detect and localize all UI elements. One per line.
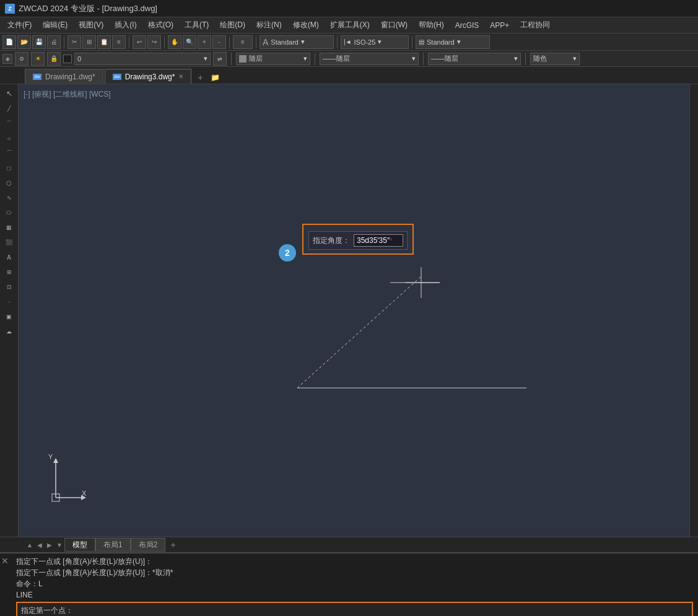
zoom-out-button[interactable]: - [212, 35, 226, 49]
tab-drawing1[interactable]: dw Drawing1.dwg* [25, 69, 103, 84]
command-close[interactable]: ✕ [1, 556, 9, 566]
menu-file[interactable]: 文件(F) [2, 19, 37, 32]
layer-tools-btn[interactable]: ⇄ [213, 52, 227, 66]
color-dropdown[interactable]: 随层 ▾ [236, 53, 310, 65]
undo-button[interactable]: ↩ [133, 35, 146, 49]
open-button[interactable]: 📂 [17, 35, 31, 49]
pan-button[interactable]: ✋ [168, 35, 181, 49]
lineweight-dropdown[interactable]: ——随层 ▾ [428, 53, 521, 65]
status-nav-left[interactable]: ▲ [25, 540, 35, 550]
layer-icon[interactable]: ◈ [2, 54, 12, 64]
zoom-in-button[interactable]: + [198, 35, 211, 49]
angle-input-value[interactable]: 35d35′35″° [354, 234, 403, 247]
angle-input-label: 指定角度： [313, 235, 350, 246]
menu-arcgis[interactable]: ArcGIS [450, 20, 484, 31]
print-button[interactable]: 🖨 [47, 35, 61, 49]
insert-block[interactable]: ⊡ [2, 280, 16, 294]
save-button[interactable]: 💾 [32, 35, 46, 49]
menu-app-plus[interactable]: APP+ [485, 20, 514, 31]
sep3 [164, 36, 165, 48]
tab-drawing1-label: Drawing1.dwg* [45, 73, 95, 81]
canvas-area[interactable]: [-] [俯视] [二维线框] [WCS] Y X [19, 84, 689, 537]
menu-ext-tools[interactable]: 扩展工具(X) [325, 19, 375, 32]
spline-tool[interactable]: ∿ [2, 191, 16, 205]
tab-drawing3-label: Drawing3.dwg* [125, 73, 175, 81]
status-tab-layout2[interactable]: 布局2 [131, 538, 166, 552]
print-style-arrow: ▾ [457, 38, 461, 46]
tab-add-button[interactable]: + [193, 71, 207, 84]
menu-tools[interactable]: 工具(T) [180, 19, 214, 32]
sep4 [229, 36, 230, 48]
sep8 [231, 53, 232, 65]
ellipse-tool[interactable]: ⬭ [2, 206, 16, 219]
text-style-arrow: ▾ [301, 38, 305, 46]
text-tool[interactable]: A [2, 250, 16, 264]
wipeout-tool[interactable]: ▣ [2, 310, 16, 323]
circle-tool[interactable]: ○ [2, 131, 16, 145]
menu-format[interactable]: 格式(O) [143, 19, 178, 32]
menu-annotate[interactable]: 标注(N) [251, 19, 287, 32]
paste-button[interactable]: 📋 [97, 35, 111, 49]
layer-sun-icon[interactable]: ☀ [31, 52, 45, 66]
polyline-tool[interactable]: ⌒ [2, 117, 16, 130]
status-tab-add[interactable]: + [165, 540, 180, 550]
menu-view[interactable]: 视图(V) [74, 19, 108, 32]
menu-window[interactable]: 窗口(W) [376, 19, 412, 32]
matchprop-button[interactable]: ≡ [112, 35, 126, 49]
cut-button[interactable]: ✂ [68, 35, 81, 49]
menu-edit[interactable]: 编辑(E) [38, 19, 72, 32]
toolbar1: 📄 📂 💾 🖨 ✂ ⊞ 📋 ≡ ↩ ↪ ✋ 🔍 + - ≡ A Standard… [0, 33, 698, 51]
status-nav-next[interactable]: ▶ [45, 540, 55, 550]
status-tab-layout1[interactable]: 布局1 [95, 538, 131, 552]
dynamic-input-overlay: 指定角度： 35d35′35″° [302, 224, 414, 255]
layer-btn[interactable]: ≡ [233, 35, 253, 49]
dim-style-dropdown[interactable]: |◄ ISO-25 ▾ [341, 35, 409, 49]
status-nav-right[interactable]: ▼ [55, 540, 64, 550]
layer-dropdown-arrow: ▾ [204, 55, 207, 63]
plotstyle-dropdown-arrow: ▾ [573, 55, 577, 63]
zoom-button[interactable]: 🔍 [183, 35, 196, 49]
copy-button[interactable]: ⊞ [82, 35, 96, 49]
redo-button[interactable]: ↪ [147, 35, 161, 49]
right-scrollbar[interactable] [689, 84, 698, 537]
rectangle-tool[interactable]: □ [2, 161, 16, 175]
revision-cloud[interactable]: ☁ [2, 325, 16, 338]
line-tool[interactable]: ╱ [2, 102, 16, 115]
title-bar: Z ZWCAD 2024 专业版 - [Drawing3.dwg] [0, 0, 698, 17]
sep7 [412, 36, 412, 48]
arc-tool[interactable]: ⌒ [2, 146, 16, 160]
sep10 [423, 53, 424, 65]
badge-2: 2 [279, 244, 296, 262]
menu-draw[interactable]: 绘图(D) [215, 19, 250, 32]
status-tab-model[interactable]: 模型 [64, 538, 95, 552]
hatch-tool[interactable]: ▦ [2, 221, 16, 234]
cmd-line1: 指定下一点或 [角度(A)/长度(L)/放弃(U)]： [16, 556, 693, 567]
mtext-tool[interactable]: ⊞ [2, 265, 16, 279]
text-style-dropdown[interactable]: A Standard ▾ [260, 35, 334, 49]
menu-modify[interactable]: 修改(M) [288, 19, 324, 32]
tab-folder-button[interactable]: 📁 [207, 71, 222, 84]
status-nav-prev[interactable]: ◀ [35, 540, 45, 550]
gradient-tool[interactable]: ⬛ [2, 235, 16, 249]
degree-mark: ° [390, 237, 392, 244]
lineweight-dropdown-arrow: ▾ [514, 55, 518, 63]
polygon-tool[interactable]: ⬡ [2, 176, 16, 190]
linetype-dropdown[interactable]: ——随层 ▾ [320, 53, 419, 65]
layer-color-icon[interactable] [63, 55, 72, 63]
color-box [239, 55, 246, 63]
menu-engineering[interactable]: 工程协同 [515, 19, 555, 32]
select-tool[interactable]: ↖ [2, 87, 16, 100]
tab-drawing3[interactable]: dw Drawing3.dwg* ✕ [105, 69, 192, 84]
plotstyle-dropdown[interactable]: 随色 ▾ [530, 53, 580, 65]
tab-close-button[interactable]: ✕ [178, 73, 183, 80]
status-tabs: ▲ ◀ ▶ ▼ 模型 布局1 布局2 + [0, 537, 698, 553]
menu-help[interactable]: 帮助(H) [414, 19, 449, 32]
menu-insert[interactable]: 插入(I) [110, 19, 141, 32]
point-tool[interactable]: ·· [2, 295, 16, 309]
layer-settings[interactable]: ⚙ [15, 52, 28, 66]
layer-dropdown[interactable]: 0 ▾ [74, 53, 211, 65]
new-button[interactable]: 📄 [2, 35, 16, 49]
angle-value-text: 35d35′35″ [357, 236, 390, 245]
layer-lock-icon[interactable]: 🔒 [47, 52, 61, 66]
print-style-dropdown[interactable]: ▤ Standard ▾ [416, 35, 490, 49]
